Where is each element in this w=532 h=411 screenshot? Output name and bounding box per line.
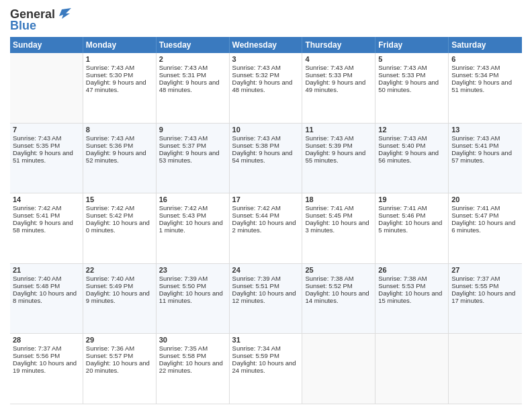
sunset-text: Sunset: 5:56 PM — [13, 352, 60, 359]
daylight-text: Daylight: 9 hours and 53 minutes. — [159, 149, 220, 164]
svg-marker-0 — [59, 8, 71, 19]
daylight-text: Daylight: 10 hours and 2 minutes. — [232, 219, 296, 234]
sunrise-text: Sunrise: 7:41 AM — [305, 204, 353, 212]
cal-cell-5-4: 31Sunrise: 7:34 AMSunset: 5:59 PMDayligh… — [230, 334, 303, 404]
calendar-body: 1Sunrise: 7:43 AMSunset: 5:30 PMDaylight… — [10, 53, 522, 404]
day-number: 22 — [86, 266, 153, 274]
weekday-header-saturday: Saturday — [449, 37, 522, 53]
sunset-text: Sunset: 5:45 PM — [305, 212, 352, 219]
sunset-text: Sunset: 5:37 PM — [159, 142, 206, 149]
day-number: 30 — [159, 336, 226, 344]
logo-blue: Blue — [10, 19, 36, 33]
sunset-text: Sunset: 5:57 PM — [86, 352, 133, 359]
sunrise-text: Sunrise: 7:41 AM — [378, 204, 427, 212]
sunrise-text: Sunrise: 7:43 AM — [159, 134, 208, 142]
sunset-text: Sunset: 5:33 PM — [305, 71, 352, 79]
weekday-header-sunday: Sunday — [10, 37, 83, 53]
day-number: 4 — [305, 55, 372, 63]
header: General Blue — [10, 7, 522, 33]
cal-cell-4-1: 21Sunrise: 7:40 AMSunset: 5:48 PMDayligh… — [10, 264, 83, 334]
day-number: 28 — [13, 336, 80, 344]
cal-cell-3-5: 18Sunrise: 7:41 AMSunset: 5:45 PMDayligh… — [302, 193, 375, 263]
cal-cell-2-1: 7Sunrise: 7:43 AMSunset: 5:35 PMDaylight… — [10, 124, 83, 193]
daylight-text: Daylight: 9 hours and 52 minutes. — [86, 149, 146, 164]
sunrise-text: Sunrise: 7:38 AM — [378, 275, 427, 282]
sunset-text: Sunset: 5:31 PM — [159, 71, 206, 79]
cal-cell-4-6: 26Sunrise: 7:38 AMSunset: 5:53 PMDayligh… — [375, 264, 449, 334]
daylight-text: Daylight: 10 hours and 15 minutes. — [378, 289, 442, 304]
sunset-text: Sunset: 5:46 PM — [378, 212, 425, 219]
cal-cell-2-6: 12Sunrise: 7:43 AMSunset: 5:40 PMDayligh… — [375, 124, 449, 193]
sunrise-text: Sunrise: 7:38 AM — [305, 275, 353, 282]
day-number: 8 — [86, 126, 153, 134]
sunset-text: Sunset: 5:40 PM — [378, 142, 425, 149]
cal-cell-2-4: 10Sunrise: 7:43 AMSunset: 5:38 PMDayligh… — [230, 124, 303, 193]
day-number: 16 — [159, 195, 226, 203]
sunset-text: Sunset: 5:32 PM — [232, 71, 279, 79]
daylight-text: Daylight: 9 hours and 47 minutes. — [86, 79, 146, 93]
daylight-text: Daylight: 10 hours and 3 minutes. — [305, 219, 369, 234]
sunrise-text: Sunrise: 7:43 AM — [451, 64, 500, 71]
cal-cell-4-4: 24Sunrise: 7:39 AMSunset: 5:51 PMDayligh… — [230, 264, 303, 334]
daylight-text: Daylight: 9 hours and 57 minutes. — [451, 149, 512, 164]
day-number: 24 — [232, 266, 300, 274]
day-number: 15 — [86, 195, 153, 203]
sunset-text: Sunset: 5:34 PM — [451, 71, 498, 79]
daylight-text: Daylight: 9 hours and 55 minutes. — [305, 149, 365, 164]
sunset-text: Sunset: 5:53 PM — [378, 282, 425, 289]
cal-cell-5-7 — [449, 334, 522, 404]
day-number: 6 — [451, 55, 519, 63]
cal-cell-1-5: 4Sunrise: 7:43 AMSunset: 5:33 PMDaylight… — [302, 53, 375, 123]
day-number: 31 — [232, 336, 300, 344]
day-number: 9 — [159, 126, 226, 134]
sunrise-text: Sunrise: 7:43 AM — [305, 134, 353, 142]
sunrise-text: Sunrise: 7:36 AM — [86, 345, 134, 352]
sunrise-text: Sunrise: 7:40 AM — [13, 275, 61, 282]
day-number: 19 — [378, 195, 445, 203]
day-number: 17 — [232, 195, 300, 203]
sunrise-text: Sunrise: 7:42 AM — [13, 204, 61, 212]
sunset-text: Sunset: 5:41 PM — [13, 212, 60, 219]
day-number: 25 — [305, 266, 372, 274]
calendar: SundayMondayTuesdayWednesdayThursdayFrid… — [10, 37, 522, 404]
calendar-header: SundayMondayTuesdayWednesdayThursdayFrid… — [10, 37, 522, 53]
cal-cell-3-6: 19Sunrise: 7:41 AMSunset: 5:46 PMDayligh… — [375, 193, 449, 263]
page: General Blue SundayMondayTuesdayWednesda… — [0, 0, 532, 411]
sunset-text: Sunset: 5:42 PM — [86, 212, 133, 219]
sunrise-text: Sunrise: 7:43 AM — [86, 64, 134, 71]
cal-cell-5-6 — [375, 334, 449, 404]
sunset-text: Sunset: 5:39 PM — [305, 142, 352, 149]
day-number: 7 — [13, 126, 80, 134]
sunset-text: Sunset: 5:41 PM — [451, 142, 498, 149]
week-row-4: 21Sunrise: 7:40 AMSunset: 5:48 PMDayligh… — [10, 264, 522, 334]
sunrise-text: Sunrise: 7:43 AM — [159, 64, 208, 71]
daylight-text: Daylight: 10 hours and 22 minutes. — [159, 359, 223, 374]
cal-cell-3-2: 15Sunrise: 7:42 AMSunset: 5:42 PMDayligh… — [83, 193, 157, 263]
cal-cell-4-3: 23Sunrise: 7:39 AMSunset: 5:50 PMDayligh… — [157, 264, 230, 334]
weekday-header-thursday: Thursday — [302, 37, 375, 53]
daylight-text: Daylight: 9 hours and 49 minutes. — [305, 79, 365, 93]
daylight-text: Daylight: 9 hours and 51 minutes. — [451, 79, 512, 93]
sunset-text: Sunset: 5:33 PM — [378, 71, 425, 79]
sunset-text: Sunset: 5:49 PM — [86, 282, 133, 289]
daylight-text: Daylight: 9 hours and 56 minutes. — [378, 149, 439, 164]
daylight-text: Daylight: 10 hours and 0 minutes. — [86, 219, 150, 234]
sunrise-text: Sunrise: 7:42 AM — [159, 204, 208, 212]
daylight-text: Daylight: 10 hours and 1 minute. — [159, 219, 223, 234]
sunset-text: Sunset: 5:47 PM — [451, 212, 498, 219]
sunset-text: Sunset: 5:35 PM — [13, 142, 60, 149]
cal-cell-4-5: 25Sunrise: 7:38 AMSunset: 5:52 PMDayligh… — [302, 264, 375, 334]
sunrise-text: Sunrise: 7:43 AM — [451, 134, 500, 142]
day-number: 12 — [378, 126, 445, 134]
cal-cell-3-3: 16Sunrise: 7:42 AMSunset: 5:43 PMDayligh… — [157, 193, 230, 263]
day-number: 11 — [305, 126, 372, 134]
weekday-header-friday: Friday — [375, 37, 449, 53]
cal-cell-3-7: 20Sunrise: 7:41 AMSunset: 5:47 PMDayligh… — [449, 193, 522, 263]
sunset-text: Sunset: 5:38 PM — [232, 142, 279, 149]
sunrise-text: Sunrise: 7:43 AM — [86, 134, 134, 142]
cal-cell-1-4: 3Sunrise: 7:43 AMSunset: 5:32 PMDaylight… — [230, 53, 303, 123]
sunrise-text: Sunrise: 7:39 AM — [159, 275, 208, 282]
day-number: 14 — [13, 195, 80, 203]
cal-cell-4-7: 27Sunrise: 7:37 AMSunset: 5:55 PMDayligh… — [449, 264, 522, 334]
daylight-text: Daylight: 9 hours and 54 minutes. — [232, 149, 293, 164]
